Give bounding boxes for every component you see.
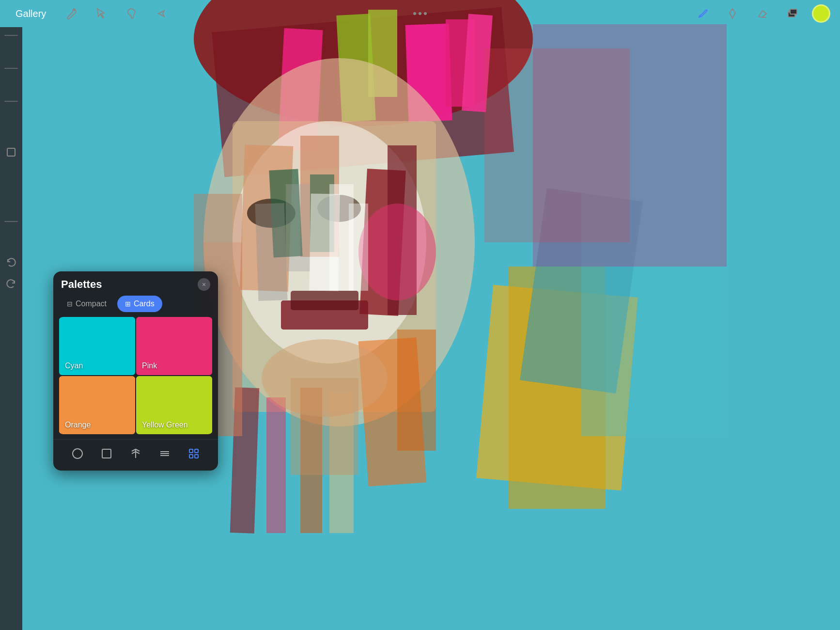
square-shape-button[interactable] — [97, 444, 116, 463]
palette-card-cyan[interactable]: Cyan — [59, 317, 135, 375]
svg-rect-50 — [7, 148, 15, 156]
svg-rect-56 — [189, 449, 193, 453]
svg-rect-43 — [291, 378, 358, 475]
adjust-tool-button[interactable] — [61, 3, 82, 24]
undo-button[interactable] — [2, 254, 20, 271]
svg-rect-58 — [189, 455, 193, 458]
palette-card-orange[interactable]: Orange — [59, 376, 135, 434]
arrow-button[interactable] — [126, 444, 145, 463]
smudge-tool-button[interactable] — [151, 3, 172, 24]
more-options-button[interactable] — [413, 12, 427, 15]
palette-card-pink[interactable]: Pink — [136, 317, 212, 375]
sidebar-divider-2 — [4, 68, 18, 69]
palette-card-yellowgreen[interactable]: Yellow Green — [136, 376, 212, 434]
shape-tool-button[interactable] — [2, 143, 20, 161]
brush-tool-button[interactable] — [121, 3, 142, 24]
sidebar-divider-4 — [4, 221, 18, 222]
svg-point-44 — [73, 9, 75, 11]
cards-tab-icon: ⊞ — [125, 300, 131, 308]
palette-card-orange-label: Orange — [65, 421, 91, 429]
cards-tab[interactable]: ⊞ Cards — [117, 296, 162, 312]
circle-shape-button[interactable] — [68, 444, 87, 463]
grid-button[interactable] — [185, 444, 203, 463]
palettes-panel: Palettes × ⊟ Compact ⊞ Cards Cyan Pink O… — [53, 271, 218, 471]
palettes-title: Palettes — [61, 278, 102, 291]
svg-rect-57 — [195, 449, 198, 453]
toolbar-right — [692, 3, 830, 24]
eraser-tool-button[interactable] — [752, 3, 773, 24]
palettes-header: Palettes × — [53, 271, 218, 296]
palette-bottom-toolbar — [53, 439, 218, 471]
palette-grid: Cyan Pink Orange Yellow Green — [58, 317, 213, 434]
palettes-close-button[interactable]: × — [198, 278, 210, 291]
sidebar-divider-3 — [4, 101, 18, 102]
palette-card-cyan-label: Cyan — [65, 362, 83, 370]
svg-rect-36 — [286, 184, 310, 271]
ink-tool-button[interactable] — [722, 3, 743, 24]
svg-rect-30 — [266, 397, 286, 533]
svg-rect-52 — [102, 449, 111, 458]
compact-tab[interactable]: ⊟ Compact — [59, 296, 114, 312]
palette-card-yellowgreen-label: Yellow Green — [142, 421, 188, 429]
svg-rect-59 — [195, 455, 198, 458]
svg-rect-21 — [291, 291, 358, 310]
gallery-button[interactable]: Gallery — [10, 4, 52, 23]
toolbar-center[interactable] — [413, 12, 427, 15]
lines-button[interactable] — [156, 444, 174, 463]
layers-tool-button[interactable] — [782, 3, 803, 24]
svg-rect-26 — [397, 330, 436, 451]
pencil-tool-button[interactable] — [692, 3, 713, 24]
svg-rect-49 — [790, 9, 797, 14]
svg-point-51 — [73, 449, 82, 458]
selection-tool-button[interactable] — [91, 3, 112, 24]
cards-tab-label: Cards — [134, 299, 155, 308]
top-toolbar: Gallery — [0, 0, 840, 27]
svg-rect-41 — [349, 204, 368, 291]
toolbar-left: Gallery — [10, 3, 172, 24]
compact-tab-icon: ⊟ — [67, 300, 73, 308]
left-sidebar — [0, 27, 22, 630]
redo-button[interactable] — [2, 275, 20, 293]
sidebar-divider-1 — [4, 35, 18, 36]
palettes-tabs: ⊟ Compact ⊞ Cards — [53, 296, 218, 317]
palette-card-pink-label: Pink — [142, 362, 157, 370]
svg-rect-38 — [484, 48, 630, 242]
color-swatch[interactable] — [812, 4, 830, 23]
svg-rect-35 — [255, 203, 288, 301]
svg-point-22 — [358, 204, 436, 300]
compact-tab-label: Compact — [76, 299, 107, 308]
